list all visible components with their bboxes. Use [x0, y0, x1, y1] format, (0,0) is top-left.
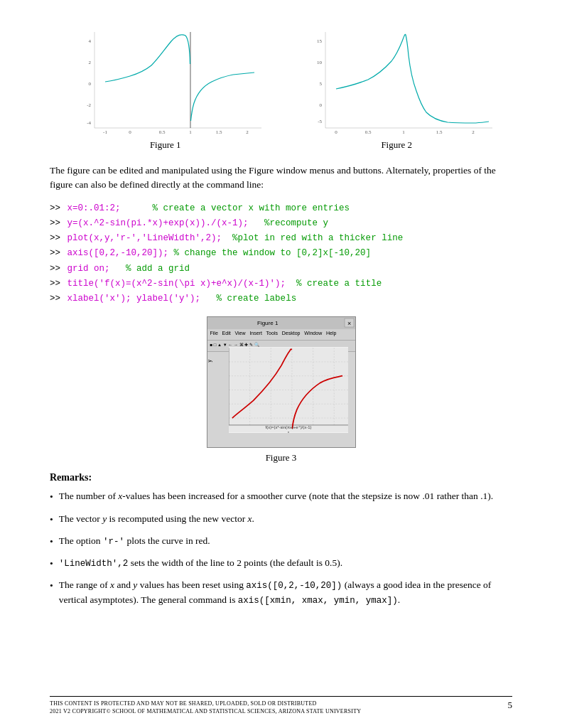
code-7: xlabel('x'); ylabel('y'); % create label… — [67, 291, 297, 306]
remarks-title: Remarks: — [50, 472, 512, 483]
code-line-4: >> axis([0,2,-10,20]); % change the wind… — [50, 246, 512, 261]
svg-text:2: 2 — [88, 60, 91, 65]
code-3: plot(x,y,'r-','LineWidth',2); %plot in r… — [67, 231, 404, 246]
code-line-1: >> x=0:.01:2; % create a vector x with m… — [50, 201, 512, 216]
figure2-plot: 15 10 5 0 -5 0 0.5 1 1.5 2 — [297, 28, 496, 135]
svg-text:-2: -2 — [87, 102, 91, 108]
footer-line1: THIS CONTENT IS PROTECTED AND MAY NOT BE… — [50, 700, 361, 707]
description-text: The figure can be edited and manipulated… — [50, 164, 512, 193]
footer-left: THIS CONTENT IS PROTECTED AND MAY NOT BE… — [50, 700, 361, 715]
figure1-caption: Figure 1 — [150, 139, 181, 151]
figures-row: 4 2 0 -2 -4 -1 0 0.5 1 1.5 2 — [50, 28, 512, 151]
svg-text:1: 1 — [403, 129, 406, 135]
bullet-dot-1: • — [50, 490, 53, 504]
bullet-text-3: The option 'r-' plots the curve in red. — [59, 534, 512, 549]
figure3-image: Figure 1 × File Edit View Insert Tools D… — [207, 316, 356, 448]
svg-text:1: 1 — [189, 129, 192, 135]
prompt-3: >> — [50, 231, 66, 246]
svg-text:2: 2 — [246, 129, 249, 135]
svg-text:15: 15 — [317, 38, 323, 44]
figure3-caption: Figure 3 — [266, 452, 297, 464]
figure2-container: 15 10 5 0 -5 0 0.5 1 1.5 2 Figure 2 — [297, 28, 496, 151]
svg-text:Figure 1: Figure 1 — [257, 320, 279, 326]
remarks-section: Remarks: • The number of x-values has be… — [50, 472, 512, 608]
svg-text:0: 0 — [335, 129, 338, 135]
bullet-dot-4: • — [50, 557, 53, 571]
bullet-item-5: • The range of x and y values has been r… — [50, 578, 512, 608]
svg-text:2: 2 — [472, 129, 475, 135]
code-1: x=0:.01:2; % create a vector x with more… — [67, 201, 350, 216]
bullet-item-3: • The option 'r-' plots the curve in red… — [50, 534, 512, 549]
code-line-2: >> y=(x.^2-sin(pi.*x)+exp(x))./(x-1); %r… — [50, 216, 512, 231]
bullet-dot-5: • — [50, 579, 53, 593]
bullet-dot-3: • — [50, 535, 53, 549]
figure1-container: 4 2 0 -2 -4 -1 0 0.5 1 1.5 2 — [66, 28, 265, 151]
prompt-5: >> — [50, 262, 66, 277]
svg-text:10: 10 — [317, 60, 323, 65]
figure3-toolbar: Figure 1 × — [207, 317, 355, 329]
prompt-7: >> — [50, 291, 66, 306]
svg-text:4: 4 — [88, 38, 91, 44]
figure2-caption: Figure 2 — [381, 139, 412, 151]
bullet-dot-2: • — [50, 513, 53, 527]
svg-text:5: 5 — [320, 81, 323, 87]
prompt-2: >> — [50, 216, 66, 231]
bullet-item-4: • 'LineWidth',2 sets the width of the li… — [50, 556, 512, 571]
prompt-4: >> — [50, 246, 66, 261]
bullet-list: • The number of x-values has been increa… — [50, 489, 512, 608]
bullet-item-1: • The number of x-values has been increa… — [50, 489, 512, 504]
bullet-text-4: 'LineWidth',2 sets the width of the line… — [59, 556, 512, 571]
bullet-item-2: • The vector y is recomputed using the n… — [50, 512, 512, 527]
code-5: grid on; % add a grid — [67, 262, 190, 277]
bullet-text-1: The number of x-values has been increase… — [59, 489, 512, 503]
svg-text:-1: -1 — [103, 129, 107, 135]
code-6: title('f(x)=(x^2-sin(\pi x)+e^x)/(x-1)')… — [67, 277, 382, 291]
svg-text:-4: -4 — [87, 120, 91, 126]
figure3-plot-area: f(x)=(x²-sin(πx)+eˣ)/(x-1) x — [229, 347, 348, 433]
page-number: 5 — [508, 700, 513, 711]
svg-text:-5: -5 — [318, 119, 322, 124]
footer: THIS CONTENT IS PROTECTED AND MAY NOT BE… — [50, 696, 512, 715]
code-line-3: >> plot(x,y,'r-','LineWidth',2); %plot i… — [50, 231, 512, 246]
figure3-ylabel: y — [207, 360, 212, 363]
svg-text:f(x)=(x²-sin(πx)+eˣ)/(x-1): f(x)=(x²-sin(πx)+eˣ)/(x-1) — [265, 425, 311, 429]
page: 4 2 0 -2 -4 -1 0 0.5 1 1.5 2 — [0, 0, 562, 658]
svg-text:0.5: 0.5 — [158, 129, 165, 135]
svg-text:1.5: 1.5 — [436, 129, 443, 135]
svg-text:×: × — [347, 320, 351, 327]
footer-line2: 2021 v2 Copyright© School of Mathematica… — [50, 707, 361, 715]
svg-text:1.5: 1.5 — [215, 129, 222, 135]
svg-text:0: 0 — [320, 102, 323, 108]
code-4: axis([0,2,-10,20]); % change the window … — [67, 246, 372, 261]
code-block: >> x=0:.01:2; % create a vector x with m… — [50, 201, 512, 307]
figure3-container: Figure 1 × File Edit View Insert Tools D… — [50, 316, 512, 464]
bullet-text-5: The range of x and y values has been res… — [59, 578, 512, 608]
figure1-plot: 4 2 0 -2 -4 -1 0 0.5 1 1.5 2 — [66, 28, 265, 135]
svg-rect-26 — [207, 317, 356, 329]
figure3-menubar: File Edit View Insert Tools Desktop Wind… — [207, 329, 355, 341]
code-line-7: >> xlabel('x'); ylabel('y'); % create la… — [50, 291, 512, 306]
svg-text:0.5: 0.5 — [365, 129, 372, 135]
code-line-5: >> grid on; % add a grid — [50, 262, 512, 277]
svg-text:0: 0 — [88, 81, 91, 87]
svg-text:0: 0 — [129, 129, 131, 135]
code-2: y=(x.^2-sin(pi.*x)+exp(x))./(x-1); %reco… — [67, 216, 329, 231]
bullet-text-2: The vector y is recomputed using the new… — [59, 512, 512, 526]
code-line-6: >> title('f(x)=(x^2-sin(\pi x)+e^x)/(x-1… — [50, 277, 512, 291]
prompt-6: >> — [50, 277, 66, 291]
prompt-1: >> — [50, 201, 66, 216]
